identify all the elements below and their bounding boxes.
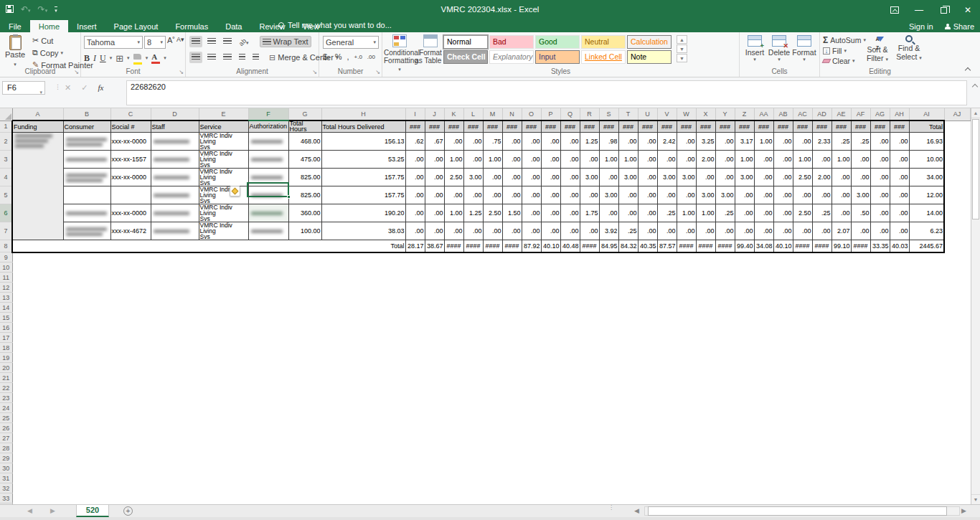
cell-day-AH[interactable]: .00 — [890, 222, 909, 240]
cell-total-day-AG[interactable]: 33.35 — [870, 240, 890, 252]
column-header-R[interactable]: R — [580, 108, 599, 120]
cell-day-AA[interactable]: .00 — [754, 169, 773, 186]
confirm-entry-button[interactable]: ✓ — [81, 83, 88, 93]
vertical-scroll-thumb[interactable] — [972, 119, 979, 219]
cell-day-V[interactable]: .00 — [657, 186, 677, 204]
cell-consumer-redacted[interactable] — [63, 186, 110, 204]
cell-day-AE[interactable]: .00 — [831, 204, 851, 222]
decrease-decimal-button[interactable]: .00 — [367, 54, 375, 60]
previous-sheet-arrow[interactable]: ◀ — [27, 507, 32, 514]
cell-day-AE[interactable]: .25 — [831, 133, 851, 151]
cell-total-day-Y[interactable]: #### — [715, 240, 735, 252]
row-header-13[interactable]: 13 — [0, 293, 12, 303]
row-header-10[interactable]: 10 — [0, 263, 12, 273]
new-sheet-button[interactable]: + — [123, 506, 133, 516]
cell-empty[interactable] — [12, 313, 970, 323]
header-day-AF[interactable]: ### — [851, 120, 870, 133]
align-center-button[interactable] — [205, 52, 218, 63]
name-box[interactable]: F6▾ — [2, 81, 45, 95]
row-header-14[interactable]: 14 — [0, 303, 12, 313]
insert-cells-button[interactable]: Insert▾ — [743, 35, 767, 62]
cell-day-AC[interactable]: .00 — [793, 222, 812, 240]
column-header-M[interactable]: M — [483, 108, 502, 120]
cell-day-Q[interactable]: .00 — [560, 222, 580, 240]
column-header-G[interactable]: G — [288, 108, 321, 120]
column-header-C[interactable]: C — [110, 108, 151, 120]
cell-consumer-redacted[interactable] — [63, 169, 110, 186]
header-day-Q[interactable]: ### — [560, 120, 580, 133]
column-header-L[interactable]: L — [463, 108, 483, 120]
cell-day-AG[interactable]: .00 — [870, 204, 890, 222]
cell-day-Q[interactable]: .00 — [560, 204, 580, 222]
cell-day-J[interactable]: .00 — [425, 169, 444, 186]
hscroll-left-arrow[interactable]: ◀ — [634, 507, 639, 514]
cell-total-day-T[interactable]: 84.32 — [618, 240, 638, 252]
header-day-AD[interactable]: ### — [812, 120, 831, 133]
row-header-29[interactable]: 29 — [0, 453, 12, 463]
increase-indent-button[interactable] — [250, 52, 261, 63]
cell-day-AA[interactable]: .00 — [754, 186, 773, 204]
minimize-button[interactable]: — — [907, 0, 931, 20]
cell-day-AC[interactable]: .00 — [793, 133, 812, 151]
cell-day-AH[interactable]: .00 — [890, 204, 909, 222]
column-header-O[interactable]: O — [522, 108, 541, 120]
cell-day-J[interactable]: .67 — [425, 133, 444, 151]
cell-day-S[interactable]: .00 — [599, 169, 618, 186]
cell-day-N[interactable]: .00 — [502, 169, 522, 186]
tab-insert[interactable]: Insert — [68, 20, 105, 32]
cell-empty[interactable] — [944, 120, 970, 133]
column-header-AC[interactable]: AC — [793, 108, 812, 120]
cell-empty[interactable] — [12, 373, 970, 383]
cell-day-AA[interactable]: 1.00 — [754, 133, 773, 151]
cell-day-AC[interactable]: 1.00 — [793, 151, 812, 169]
column-header-I[interactable]: I — [405, 108, 425, 120]
cell-day-W[interactable]: .00 — [677, 151, 696, 169]
cell-day-AG[interactable]: .00 — [870, 133, 890, 151]
alignment-dialog-launcher[interactable]: ↘ — [312, 69, 317, 75]
header-day-J[interactable]: ### — [425, 120, 444, 133]
cell-day-Q[interactable]: .00 — [560, 133, 580, 151]
cell-total-day-I[interactable]: 28.17 — [405, 240, 425, 252]
cell-empty[interactable] — [12, 473, 970, 483]
row-header-6[interactable]: 6 — [0, 204, 12, 222]
cell-day-Y[interactable]: 3.00 — [715, 186, 735, 204]
scroll-down-arrow[interactable]: ▼ — [971, 494, 980, 504]
cell-day-AB[interactable]: .00 — [773, 151, 793, 169]
sort-filter-button[interactable]: AZ Sort & Filter ▾ — [863, 35, 892, 64]
cell-day-S[interactable]: .98 — [599, 133, 618, 151]
cell-day-P[interactable]: .00 — [541, 222, 560, 240]
scroll-up-arrow[interactable]: ▲ — [971, 108, 980, 118]
cell-day-J[interactable]: .00 — [425, 151, 444, 169]
cell-day-AH[interactable]: .00 — [890, 133, 909, 151]
cell-day-AD[interactable]: 2.00 — [812, 169, 831, 186]
cell-day-X[interactable]: .00 — [696, 169, 715, 186]
row-header-1[interactable]: 1 — [0, 120, 12, 133]
cell-day-L[interactable]: 3.00 — [463, 169, 483, 186]
cancel-entry-button[interactable]: ✕ — [65, 83, 71, 93]
cell-total-day-O[interactable]: 87.92 — [522, 240, 541, 252]
header-day-L[interactable]: ### — [463, 120, 483, 133]
header-day-T[interactable]: ### — [618, 120, 638, 133]
cell-staff-redacted[interactable] — [151, 151, 199, 169]
column-header-T[interactable]: T — [618, 108, 638, 120]
cell-total-day-AB[interactable]: 40.10 — [773, 240, 793, 252]
cell-day-M[interactable]: .00 — [483, 169, 502, 186]
percent-format-button[interactable]: % — [335, 52, 342, 61]
cell-style-normal[interactable]: Normal — [443, 35, 488, 49]
gallery-up-button[interactable]: ▲ — [677, 35, 687, 44]
header-day-AG[interactable]: ### — [870, 120, 890, 133]
cell-empty[interactable] — [12, 303, 970, 313]
cell-total-day-S[interactable]: 84.95 — [599, 240, 618, 252]
row-header-4[interactable]: 4 — [0, 169, 12, 186]
cell-day-Y[interactable]: .00 — [715, 222, 735, 240]
cell-day-AG[interactable]: .00 — [870, 222, 890, 240]
close-button[interactable]: ✕ — [956, 0, 980, 20]
cell-hours-delivered[interactable]: 156.13 — [321, 133, 405, 151]
cell-hours-delivered[interactable]: 53.25 — [321, 151, 405, 169]
header-consumer[interactable]: Consumer — [63, 120, 110, 133]
cell-day-O[interactable]: .00 — [522, 169, 541, 186]
cell-day-AC[interactable]: .00 — [793, 186, 812, 204]
cell-style-bad[interactable]: Bad — [489, 35, 534, 49]
cell-social[interactable] — [110, 186, 151, 204]
cell-day-Z[interactable]: 3.00 — [735, 169, 754, 186]
